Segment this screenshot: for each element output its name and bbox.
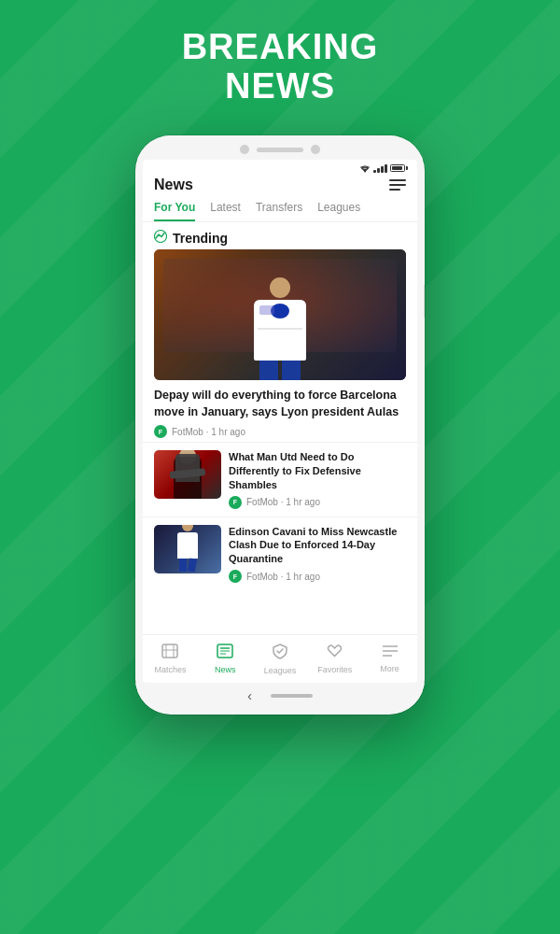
content-area: Trending bbox=[143, 222, 417, 652]
svg-point-0 bbox=[364, 171, 366, 173]
speaker bbox=[257, 148, 303, 152]
side-button bbox=[424, 285, 425, 318]
tab-leagues[interactable]: Leagues bbox=[317, 201, 360, 221]
small-article-2-content: Edinson Cavani to Miss Newcastle Clash D… bbox=[229, 525, 406, 584]
trending-section-header: Trending bbox=[143, 222, 417, 249]
small-article-1-meta: F FotMob · 1 hr ago bbox=[229, 496, 406, 509]
back-button[interactable]: ‹ bbox=[247, 688, 252, 703]
favorites-label: Favorites bbox=[317, 665, 352, 674]
trending-icon bbox=[154, 230, 167, 246]
small-article-2[interactable]: Edinson Cavani to Miss Newcastle Clash D… bbox=[143, 517, 417, 591]
small-article-1-image bbox=[154, 450, 221, 499]
matches-icon bbox=[161, 644, 178, 662]
more-icon bbox=[382, 644, 399, 661]
signal-bar-4 bbox=[385, 164, 387, 173]
source-icon-main: F bbox=[154, 425, 167, 438]
favorites-icon bbox=[327, 644, 343, 662]
menu-line-2 bbox=[389, 184, 406, 186]
matches-label: Matches bbox=[154, 665, 186, 674]
small-article-1-title: What Man Utd Need to Do Differently to F… bbox=[229, 450, 406, 492]
small-article-2-title: Edinson Cavani to Miss Newcastle Clash D… bbox=[229, 525, 406, 567]
small-article-1-content: What Man Utd Need to Do Differently to F… bbox=[229, 450, 406, 509]
main-article-image[interactable] bbox=[154, 249, 406, 380]
news-icon bbox=[217, 644, 233, 662]
app-title: News bbox=[154, 177, 193, 193]
home-indicator[interactable] bbox=[271, 694, 313, 698]
small-article-2-meta: F FotMob · 1 hr ago bbox=[229, 570, 406, 583]
small-article-1[interactable]: What Man Utd Need to Do Differently to F… bbox=[143, 442, 417, 517]
main-article-title: Depay will do everything to force Barcel… bbox=[154, 388, 406, 420]
tab-for-you[interactable]: For You bbox=[154, 201, 195, 221]
signal-bar-3 bbox=[381, 166, 384, 173]
nav-matches[interactable]: Matches bbox=[143, 644, 198, 674]
leagues-label: Leagues bbox=[264, 666, 297, 675]
wifi-icon bbox=[359, 163, 371, 173]
bottom-nav: Matches News bbox=[143, 634, 417, 683]
status-icons bbox=[359, 163, 408, 173]
main-article-text[interactable]: Depay will do everything to force Barcel… bbox=[143, 380, 417, 442]
leagues-icon bbox=[273, 644, 287, 663]
main-article-meta: F FotMob · 1 hr ago bbox=[154, 425, 406, 438]
small-article-2-source: FotMob · 1 hr ago bbox=[246, 572, 320, 582]
signal-bar-1 bbox=[373, 170, 376, 173]
front-camera bbox=[240, 145, 249, 154]
news-text: NEWS bbox=[225, 66, 335, 106]
battery-indicator bbox=[390, 164, 408, 172]
source-icon-1: F bbox=[229, 496, 242, 509]
menu-line-1 bbox=[389, 179, 406, 181]
main-article-source: FotMob · 1 hr ago bbox=[172, 427, 245, 437]
svg-rect-2 bbox=[162, 644, 177, 658]
app-header: News bbox=[143, 175, 417, 201]
small-article-1-source: FotMob · 1 hr ago bbox=[246, 497, 320, 507]
phone-mockup: News For You Latest Transfers Leagues bbox=[135, 135, 425, 715]
nav-news[interactable]: News bbox=[198, 644, 253, 674]
nav-favorites[interactable]: Favorites bbox=[307, 644, 362, 674]
breaking-text: BREAKING bbox=[182, 27, 379, 66]
menu-line-3 bbox=[389, 189, 400, 191]
tab-latest[interactable]: Latest bbox=[210, 201, 241, 221]
front-camera-2 bbox=[311, 145, 320, 154]
small-article-2-image bbox=[154, 525, 221, 573]
news-label: News bbox=[215, 665, 236, 674]
phone-bottom-bar: ‹ bbox=[135, 683, 425, 711]
phone-top-bar bbox=[135, 135, 425, 160]
phone-screen: News For You Latest Transfers Leagues bbox=[143, 160, 417, 683]
nav-tabs: For You Latest Transfers Leagues bbox=[143, 201, 417, 222]
signal-bars bbox=[373, 163, 387, 173]
tab-transfers[interactable]: Transfers bbox=[256, 201, 302, 221]
signal-bar-2 bbox=[377, 168, 380, 173]
trending-label: Trending bbox=[173, 231, 228, 246]
more-label: More bbox=[380, 664, 399, 673]
menu-icon[interactable] bbox=[389, 179, 406, 191]
status-bar bbox=[143, 160, 417, 175]
breaking-news-header: BREAKING NEWS bbox=[0, 0, 560, 125]
source-icon-2: F bbox=[229, 570, 242, 583]
nav-more[interactable]: More bbox=[362, 644, 417, 673]
nav-leagues[interactable]: Leagues bbox=[253, 644, 308, 675]
